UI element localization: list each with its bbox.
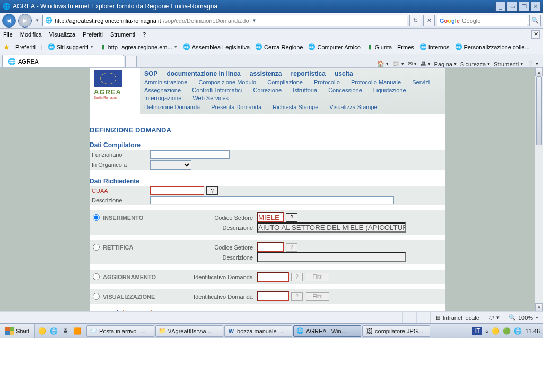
safety-menu[interactable]: Sicurezza▼ [460,61,491,67]
tray-network-icon[interactable]: 🌐 [514,327,522,335]
fav-personalizzazione[interactable]: 🌐Personalizzazione colle... [455,43,530,51]
close-button[interactable]: ✕ [530,2,541,11]
radio-rettifica[interactable] [93,244,100,251]
lookup-cuaa-button[interactable]: ? [206,186,218,195]
nav-liquidazione[interactable]: Liquidazione [373,86,406,94]
search-box[interactable]: Google [437,15,527,26]
status-zone[interactable]: 🖥Intranet locale [430,312,484,323]
start-button[interactable]: Start [0,324,35,338]
radio-aggiornamento[interactable] [93,273,100,280]
address-dropdown-icon[interactable]: ▼ [251,18,258,23]
protected-mode-cell[interactable]: 🛡▾ [484,312,504,323]
nav-richiesta-stampe[interactable]: Richiesta Stampe [273,103,318,111]
search-input[interactable] [462,17,535,24]
tray-icon[interactable]: 🟢 [503,327,511,335]
print-button[interactable]: 🖶▼ [421,61,431,67]
back-button[interactable]: ◄ [2,14,16,28]
task-word[interactable]: Wbozza manuale ... [224,325,292,337]
nav-istruttoria[interactable]: Istruttoria [293,86,317,94]
lookup-settore-ins-button[interactable]: ? [286,213,297,222]
feeds-button[interactable]: 📰▼ [392,60,405,67]
nav-protocollo-manuale[interactable]: Protocollo Manuale [351,78,401,86]
tray-icon[interactable]: 🟡 [492,327,500,335]
fav-computer-amico[interactable]: 🌐Computer Amico [308,43,360,51]
ql-ie-icon[interactable]: 🌐 [49,326,58,336]
esegui-button[interactable]: Esegui [90,310,118,311]
nav-presenta-domanda[interactable]: Presenta Domanda [211,103,261,111]
history-dropdown-icon[interactable]: ▼ [34,18,40,23]
select-in-organico[interactable] [150,160,191,170]
nav-reportistica[interactable]: reportistica [291,70,326,77]
input-codice-settore-ret[interactable] [257,242,284,252]
fav-agrea[interactable]: ▮http--agrea.regione.em...▼ [99,43,178,51]
radio-visualizzazione-label[interactable]: VISUALIZZAZIONE [93,293,188,300]
nav-amministrazione[interactable]: Amministrazione [144,78,187,86]
task-ie-agrea[interactable]: 🌐AGREA - Win... [293,325,361,337]
fav-assemblea[interactable]: 🌐Assemblea Legislativa [183,43,250,51]
nav-web-services[interactable]: Web Services [192,94,229,102]
input-descrizione[interactable] [150,196,394,204]
nav-servizi[interactable]: Servizi [412,78,430,86]
minimize-button[interactable]: _ [495,2,506,11]
input-id-domanda-agg[interactable] [257,272,289,282]
page-menu[interactable]: Pagina▼ [434,61,457,67]
maximize-button[interactable]: ❐ [519,2,529,11]
refresh-button[interactable]: ↻ [409,15,421,26]
search-go-button[interactable]: 🔍 [529,15,541,26]
menu-modifica[interactable]: Modifica [20,31,42,38]
nav-controlli[interactable]: Controlli Informatici [192,86,242,94]
nav-correzione[interactable]: Correzione [253,86,282,94]
language-indicator[interactable]: IT [472,327,482,335]
radio-aggiornamento-label[interactable]: AGGIORNAMENTO [93,273,188,280]
tab-agrea[interactable]: 🌐 AGREA [2,55,124,67]
menu-file[interactable]: File [3,31,13,38]
nav-interrogazione[interactable]: Interrogazione [144,94,181,102]
nav-definizione-domanda[interactable]: Definizione Domanda [144,103,200,111]
ql-desktop-icon[interactable]: 🖥 [60,326,70,336]
menu-visualizza[interactable]: Visualizza [49,31,75,38]
restore-button[interactable]: ▭ [507,2,518,11]
mail-button[interactable]: ✉▼ [408,60,417,67]
nav-concessione[interactable]: Concessione [328,86,362,94]
fav-cerca-regione[interactable]: 🌐Cerca Regione [255,43,303,51]
nav-compilazione[interactable]: Compilazione [267,78,303,86]
favorites-label[interactable]: Preferiti [15,44,36,50]
favorites-star-icon[interactable]: ★ [3,43,10,51]
menu-preferiti[interactable]: Preferiti [83,31,103,38]
fav-internos[interactable]: 🌐Internos [419,43,450,51]
address-bar[interactable]: 🌐 http://agreatest.regione.emilia-romagn… [42,15,407,26]
input-cuaa[interactable] [150,186,204,195]
task-folder[interactable]: 📁\\Agrea08srv\a... [155,325,223,337]
task-image[interactable]: 🖼compilatore.JPG... [362,325,430,337]
zoom-cell[interactable]: 🔍100%▼ [504,312,543,323]
tray-expand-icon[interactable]: « [485,328,488,334]
ritorna-button[interactable]: Ritorna [123,310,152,311]
scroll-thumb[interactable] [536,76,542,145]
clock[interactable]: 11.46 [525,328,540,334]
home-button[interactable]: 🏠▼ [377,60,389,67]
stop-button[interactable]: ✕ [423,15,435,26]
nav-assegnazione[interactable]: Assegnazione [144,86,181,94]
input-codice-settore-ins[interactable] [257,212,284,222]
nav-assistenza[interactable]: assistenza [250,70,282,77]
help-button[interactable]: ❔▼ [527,60,539,67]
tools-menu[interactable]: Strumenti▼ [494,61,523,67]
radio-inserimento[interactable] [93,214,100,221]
menu-strumenti[interactable]: Strumenti [110,31,135,38]
nav-protocollo[interactable]: Protocollo [314,78,340,86]
forward-button[interactable]: ► [18,14,32,28]
ql-icon[interactable]: 🟧 [72,326,82,336]
scroll-down-icon[interactable]: ▼ [535,303,543,311]
radio-visualizzazione[interactable] [93,293,100,300]
nav-documentazione[interactable]: documentazione in linea [167,70,240,77]
ql-icon[interactable]: 🟡 [37,326,47,336]
radio-rettifica-label[interactable]: RETTIFICA [93,244,188,251]
nav-sop[interactable]: SOP [144,70,157,77]
menu-help[interactable]: ? [143,31,146,38]
menu-close-icon[interactable]: ✕ [531,30,540,39]
nav-visualizza-stampe[interactable]: Visualizza Stampe [329,103,377,111]
input-funzionario[interactable] [150,150,230,159]
input-id-domanda-vis[interactable] [257,291,289,301]
task-outlook[interactable]: 📨Posta in arrivo -... [86,325,154,337]
scroll-up-icon[interactable]: ▲ [535,68,543,76]
